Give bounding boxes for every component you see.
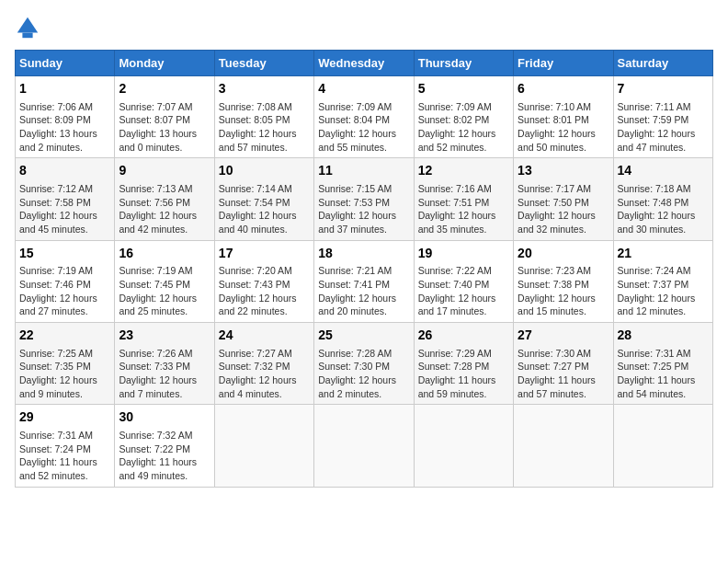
page-header <box>15 15 713 40</box>
day-content: Sunrise: 7:14 AM Sunset: 7:54 PM Dayligh… <box>219 182 310 236</box>
day-number: 3 <box>219 80 310 98</box>
calendar-cell: 2 Sunrise: 7:07 AM Sunset: 8:07 PM Dayli… <box>115 76 214 158</box>
calendar-cell: 28 Sunrise: 7:31 AM Sunset: 7:25 PM Dayl… <box>613 323 712 405</box>
day-content: Sunrise: 7:22 AM Sunset: 7:40 PM Dayligh… <box>418 264 509 318</box>
calendar-cell: 25 Sunrise: 7:28 AM Sunset: 7:30 PM Dayl… <box>314 323 414 405</box>
col-sunday: Sunday <box>16 51 115 76</box>
day-number: 24 <box>219 327 310 345</box>
calendar-header: Sunday Monday Tuesday Wednesday Thursday… <box>16 51 713 76</box>
day-content: Sunrise: 7:10 AM Sunset: 8:01 PM Dayligh… <box>518 100 609 155</box>
logo-icon <box>15 15 40 40</box>
day-number: 21 <box>618 245 709 263</box>
day-content: Sunrise: 7:27 AM Sunset: 7:32 PM Dayligh… <box>219 347 310 401</box>
calendar-cell: 13 Sunrise: 7:17 AM Sunset: 7:50 PM Dayl… <box>514 158 613 240</box>
calendar-cell: 18 Sunrise: 7:21 AM Sunset: 7:41 PM Dayl… <box>314 240 414 322</box>
day-content: Sunrise: 7:06 AM Sunset: 8:09 PM Dayligh… <box>19 100 110 155</box>
calendar-cell: 5 Sunrise: 7:09 AM Sunset: 8:02 PM Dayli… <box>414 76 513 158</box>
day-number: 14 <box>618 162 709 180</box>
day-number: 30 <box>119 408 210 427</box>
day-number: 8 <box>19 162 110 180</box>
day-content: Sunrise: 7:18 AM Sunset: 7:48 PM Dayligh… <box>618 182 709 236</box>
day-number: 13 <box>518 162 609 180</box>
col-wednesday: Wednesday <box>314 51 414 76</box>
day-content: Sunrise: 7:15 AM Sunset: 7:53 PM Dayligh… <box>318 182 409 236</box>
day-content: Sunrise: 7:19 AM Sunset: 7:45 PM Dayligh… <box>119 264 210 318</box>
calendar-cell: 23 Sunrise: 7:26 AM Sunset: 7:33 PM Dayl… <box>115 323 214 405</box>
col-saturday: Saturday <box>613 51 712 76</box>
day-number: 26 <box>418 327 509 345</box>
col-friday: Friday <box>514 51 613 76</box>
day-number: 7 <box>618 80 709 98</box>
day-number: 15 <box>19 245 110 263</box>
calendar-cell: 8 Sunrise: 7:12 AM Sunset: 7:58 PM Dayli… <box>16 158 115 240</box>
day-content: Sunrise: 7:17 AM Sunset: 7:50 PM Dayligh… <box>518 182 609 236</box>
col-thursday: Thursday <box>414 51 513 76</box>
day-number: 10 <box>219 162 310 180</box>
day-number: 11 <box>318 162 409 180</box>
day-content: Sunrise: 7:12 AM Sunset: 7:58 PM Dayligh… <box>19 182 110 236</box>
day-number: 19 <box>418 245 509 263</box>
day-content: Sunrise: 7:08 AM Sunset: 8:05 PM Dayligh… <box>219 100 310 155</box>
day-content: Sunrise: 7:31 AM Sunset: 7:24 PM Dayligh… <box>19 429 110 483</box>
day-number: 27 <box>518 327 609 345</box>
day-content: Sunrise: 7:30 AM Sunset: 7:27 PM Dayligh… <box>518 347 609 401</box>
day-content: Sunrise: 7:32 AM Sunset: 7:22 PM Dayligh… <box>119 429 210 483</box>
day-number: 6 <box>518 80 609 98</box>
day-content: Sunrise: 7:25 AM Sunset: 7:35 PM Dayligh… <box>19 347 110 401</box>
day-content: Sunrise: 7:19 AM Sunset: 7:46 PM Dayligh… <box>19 264 110 318</box>
calendar-cell: 17 Sunrise: 7:20 AM Sunset: 7:43 PM Dayl… <box>214 240 313 322</box>
calendar-cell: 24 Sunrise: 7:27 AM Sunset: 7:32 PM Dayl… <box>214 323 313 405</box>
calendar-cell: 26 Sunrise: 7:29 AM Sunset: 7:28 PM Dayl… <box>414 323 513 405</box>
calendar-cell: 16 Sunrise: 7:19 AM Sunset: 7:45 PM Dayl… <box>115 240 214 322</box>
day-content: Sunrise: 7:26 AM Sunset: 7:33 PM Dayligh… <box>119 347 210 401</box>
svg-marker-0 <box>17 17 38 33</box>
day-number: 25 <box>318 327 409 345</box>
calendar-cell: 21 Sunrise: 7:24 AM Sunset: 7:37 PM Dayl… <box>613 240 712 322</box>
day-content: Sunrise: 7:31 AM Sunset: 7:25 PM Dayligh… <box>618 347 709 401</box>
calendar-cell: 11 Sunrise: 7:15 AM Sunset: 7:53 PM Dayl… <box>314 158 414 240</box>
calendar-cell: 4 Sunrise: 7:09 AM Sunset: 8:04 PM Dayli… <box>314 76 414 158</box>
day-number: 18 <box>318 245 409 263</box>
day-content: Sunrise: 7:21 AM Sunset: 7:41 PM Dayligh… <box>318 264 409 318</box>
svg-rect-1 <box>22 33 32 39</box>
day-content: Sunrise: 7:07 AM Sunset: 8:07 PM Dayligh… <box>119 100 210 155</box>
calendar-cell: 27 Sunrise: 7:30 AM Sunset: 7:27 PM Dayl… <box>514 323 613 405</box>
calendar-cell <box>214 405 313 487</box>
day-number: 2 <box>119 80 210 98</box>
calendar-cell: 6 Sunrise: 7:10 AM Sunset: 8:01 PM Dayli… <box>514 76 613 158</box>
day-number: 20 <box>518 245 609 263</box>
day-number: 28 <box>618 327 709 345</box>
day-content: Sunrise: 7:29 AM Sunset: 7:28 PM Dayligh… <box>418 347 509 401</box>
calendar-cell: 30 Sunrise: 7:32 AM Sunset: 7:22 PM Dayl… <box>115 405 214 487</box>
day-content: Sunrise: 7:23 AM Sunset: 7:38 PM Dayligh… <box>518 264 609 318</box>
day-number: 22 <box>19 327 110 345</box>
day-number: 5 <box>418 80 509 98</box>
day-number: 23 <box>119 327 210 345</box>
logo <box>15 15 44 40</box>
day-content: Sunrise: 7:28 AM Sunset: 7:30 PM Dayligh… <box>318 347 409 401</box>
calendar-cell <box>414 405 513 487</box>
day-number: 9 <box>119 162 210 180</box>
calendar-cell: 19 Sunrise: 7:22 AM Sunset: 7:40 PM Dayl… <box>414 240 513 322</box>
calendar-cell: 20 Sunrise: 7:23 AM Sunset: 7:38 PM Dayl… <box>514 240 613 322</box>
day-content: Sunrise: 7:16 AM Sunset: 7:51 PM Dayligh… <box>418 182 509 236</box>
calendar-cell: 10 Sunrise: 7:14 AM Sunset: 7:54 PM Dayl… <box>214 158 313 240</box>
day-content: Sunrise: 7:13 AM Sunset: 7:56 PM Dayligh… <box>119 182 210 236</box>
calendar-cell: 29 Sunrise: 7:31 AM Sunset: 7:24 PM Dayl… <box>16 405 115 487</box>
day-number: 4 <box>318 80 409 98</box>
day-number: 29 <box>19 408 110 427</box>
day-number: 17 <box>219 245 310 263</box>
day-content: Sunrise: 7:20 AM Sunset: 7:43 PM Dayligh… <box>219 264 310 318</box>
calendar-cell: 7 Sunrise: 7:11 AM Sunset: 7:59 PM Dayli… <box>613 76 712 158</box>
day-content: Sunrise: 7:09 AM Sunset: 8:04 PM Dayligh… <box>318 100 409 155</box>
calendar-cell: 15 Sunrise: 7:19 AM Sunset: 7:46 PM Dayl… <box>16 240 115 322</box>
calendar-cell <box>314 405 414 487</box>
calendar-cell: 22 Sunrise: 7:25 AM Sunset: 7:35 PM Dayl… <box>16 323 115 405</box>
col-monday: Monday <box>115 51 214 76</box>
col-tuesday: Tuesday <box>214 51 313 76</box>
calendar-table: Sunday Monday Tuesday Wednesday Thursday… <box>15 50 713 488</box>
day-number: 16 <box>119 245 210 263</box>
calendar-cell: 12 Sunrise: 7:16 AM Sunset: 7:51 PM Dayl… <box>414 158 513 240</box>
calendar-cell: 14 Sunrise: 7:18 AM Sunset: 7:48 PM Dayl… <box>613 158 712 240</box>
calendar-cell <box>613 405 712 487</box>
